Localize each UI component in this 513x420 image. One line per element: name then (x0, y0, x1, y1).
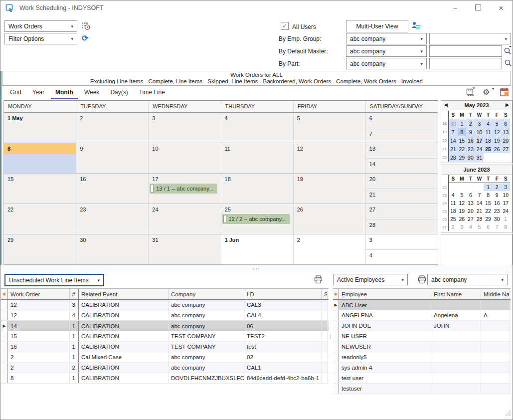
mini-day[interactable]: 3 (458, 223, 467, 231)
default-master-company-select[interactable]: abc company ▾ (346, 45, 427, 57)
calendar-day-cell[interactable]: 10 (149, 143, 221, 173)
mini-day[interactable]: 17 (501, 199, 510, 207)
mini-day[interactable]: 18 (449, 207, 458, 215)
mini-day[interactable]: 16 (493, 199, 502, 207)
schedule-type-select[interactable]: Work Orders ▾ (4, 20, 77, 32)
tab-day-s-[interactable]: Day(s) (105, 86, 133, 99)
column-header[interactable]: Company (169, 289, 244, 299)
calendar-day-cell[interactable]: 15 (4, 174, 76, 204)
mini-day[interactable]: 30 (449, 119, 458, 128)
calendar-event[interactable]: 12 / 2 -- abc company... (222, 214, 290, 224)
mini-day[interactable]: 27 (501, 145, 510, 153)
table-row[interactable]: NEWUSER (333, 342, 511, 352)
mini-day[interactable]: 4 (466, 223, 475, 231)
table-row[interactable]: 22CALIBRATIONabc companyCAL1 (1, 363, 329, 373)
calendar-day-cell[interactable]: 20 (366, 174, 438, 189)
column-header[interactable]: Related Event (79, 289, 169, 299)
by-part-company-select[interactable]: abc company ▾ (346, 58, 427, 69)
calendar-day-cell[interactable]: 7 (366, 128, 438, 143)
calendar-day-cell[interactable]: 21 (366, 189, 438, 204)
tab-grid[interactable]: Grid (4, 86, 27, 99)
calendar-day-cell[interactable]: 4 (221, 113, 294, 143)
column-header[interactable]: # (70, 289, 79, 299)
calendar-day-cell[interactable]: 8 (4, 143, 76, 173)
mini-day[interactable]: 6 (466, 191, 475, 199)
table-row[interactable]: ANGELENAAngelenaA (333, 310, 511, 321)
search-icon[interactable] (503, 45, 512, 57)
table-row[interactable]: 21Cal Mixed Caseabc company02 (1, 352, 329, 363)
mini-day[interactable]: 4 (449, 191, 458, 199)
maximize-button[interactable] (467, 4, 490, 12)
calendar-day-cell[interactable]: 23 (76, 204, 149, 234)
calendar-day-cell[interactable]: 31 (149, 234, 221, 264)
mini-day[interactable]: 22 (484, 207, 493, 215)
mini-day[interactable]: 12 (458, 199, 467, 207)
table-row[interactable]: 81CALIBRATIONDOVDLFHCNMZJBUXSLFCGNU84d9c… (1, 373, 329, 384)
mini-day[interactable]: 7 (475, 191, 484, 199)
table-row[interactable]: readonly5 (333, 352, 511, 363)
mini-day[interactable]: 30 (493, 215, 502, 223)
mini-day[interactable]: 1 (484, 183, 493, 191)
column-header[interactable]: Employee (339, 289, 431, 299)
mini-day[interactable]: 1 (458, 119, 467, 128)
table-row[interactable]: test user (333, 373, 511, 384)
mini-day[interactable]: 12 (493, 128, 502, 136)
print-icon[interactable] (417, 275, 427, 286)
refresh-icon[interactable]: ⟳ (82, 34, 88, 42)
mini-day[interactable]: 29 (458, 153, 467, 162)
mini-day[interactable]: 7 (493, 223, 502, 231)
table-row[interactable]: JOHN DOEJOHN (333, 321, 511, 331)
filter-options-select[interactable]: Filter Options ▾ (4, 33, 77, 44)
table-row[interactable]: testuser (333, 384, 511, 394)
tab-year[interactable]: Year (27, 86, 50, 99)
mini-day[interactable]: 4 (484, 119, 493, 128)
column-header[interactable]: Middle Na (481, 289, 510, 299)
table-row[interactable]: NE USER (333, 331, 511, 342)
mini-day[interactable]: 19 (493, 136, 502, 145)
mini-day[interactable]: 8 (484, 191, 493, 199)
calendar-day-cell[interactable]: 11 (221, 143, 294, 173)
mini-day[interactable]: 25 (484, 145, 493, 153)
calendar-day-cell[interactable]: 6 (366, 113, 438, 128)
mini-day[interactable]: 16 (466, 136, 475, 145)
mini-day[interactable]: 3 (475, 119, 484, 128)
unscheduled-items-select[interactable]: Unscheduled Work Line Items ▾ (4, 274, 104, 286)
employee-filter-select[interactable]: Active Employees ▾ (333, 274, 408, 285)
mini-day[interactable]: 31 (475, 153, 484, 162)
mini-day[interactable]: 26 (493, 145, 502, 153)
mini-day[interactable]: 29 (484, 215, 493, 223)
column-header[interactable]: First Name (431, 289, 481, 299)
mini-day[interactable]: 28 (475, 215, 484, 223)
table-row[interactable]: 124CALIBRATIONabc companyCAL4 (1, 310, 329, 321)
mini-day[interactable]: 10 (475, 128, 484, 136)
calendar-day-cell[interactable]: 1713 / 1 -- abc company... (149, 174, 221, 204)
mini-day[interactable]: 15 (484, 199, 493, 207)
table-row[interactable]: 161CALIBRATIONTEST COMPANYtest (1, 342, 329, 352)
mini-day[interactable]: 24 (501, 207, 510, 215)
horizontal-splitter[interactable]: ... (0, 265, 513, 273)
mini-day[interactable]: 28 (449, 153, 458, 162)
default-master-input[interactable] (429, 45, 502, 57)
table-row[interactable]: 151CALIBRATIONTEST COMPANYTEST2 (1, 331, 329, 342)
save-layout-icon[interactable] (466, 87, 476, 97)
mini-day[interactable]: 5 (458, 191, 467, 199)
calendar-day-cell[interactable]: 19 (294, 174, 366, 204)
calendar-day-cell[interactable]: 26 (294, 204, 366, 234)
mini-day[interactable]: 13 (501, 128, 510, 136)
mini-day[interactable]: 2 (449, 223, 458, 231)
goto-date-calendar-icon[interactable] (500, 87, 510, 97)
mini-day[interactable]: 15 (458, 136, 467, 145)
mini-day[interactable]: 2 (493, 183, 502, 191)
mini-day[interactable]: 30 (466, 153, 475, 162)
mini-day[interactable]: 25 (449, 215, 458, 223)
mini-day[interactable]: 26 (458, 215, 467, 223)
mini-day[interactable]: 27 (466, 215, 475, 223)
calendar-day-cell[interactable]: 28 (366, 219, 438, 234)
multi-user-icon[interactable] (411, 21, 421, 32)
calendar-day-cell[interactable]: 29 (4, 234, 76, 264)
print-icon[interactable] (314, 275, 323, 286)
mini-day[interactable]: 23 (466, 145, 475, 153)
mini-day[interactable]: 8 (458, 128, 467, 136)
calendar-day-cell[interactable]: 2 (294, 234, 366, 264)
mini-day[interactable]: 19 (458, 207, 467, 215)
